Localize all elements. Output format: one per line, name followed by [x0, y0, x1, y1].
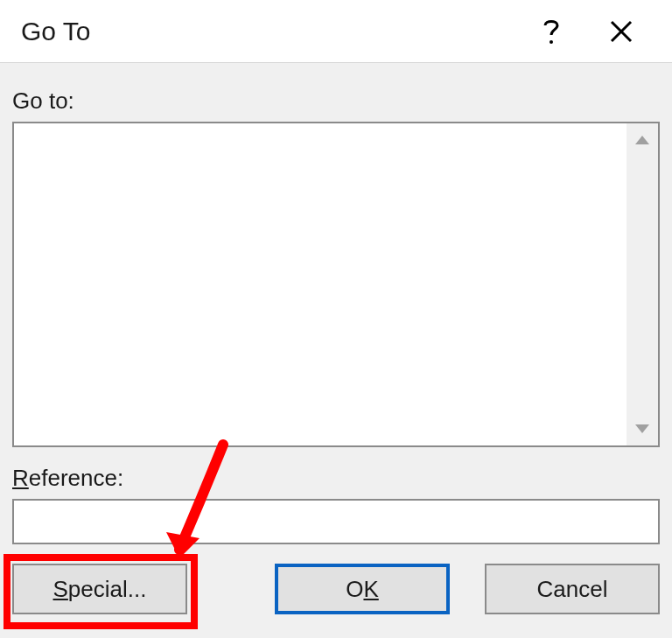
special-button[interactable]: Special... [12, 564, 187, 614]
goto-listbox-container [12, 122, 660, 447]
reference-label-mnemonic: R [12, 465, 29, 491]
ok-cancel-group: OK Cancel [275, 564, 660, 614]
button-row: Special... OK Cancel [12, 564, 660, 614]
scroll-up-icon[interactable] [634, 130, 651, 150]
dialog-body: Go to: Reference: Special... OK Cancel [0, 63, 672, 627]
titlebar: Go To [0, 0, 672, 63]
close-button[interactable] [586, 0, 656, 63]
goto-listbox[interactable] [14, 123, 626, 445]
goto-label: Go to: [12, 88, 660, 115]
reference-input[interactable] [12, 499, 660, 544]
dialog-title: Go To [21, 17, 516, 46]
cancel-button[interactable]: Cancel [485, 564, 660, 614]
scroll-down-icon[interactable] [634, 419, 651, 438]
scrollbar[interactable] [626, 123, 658, 445]
svg-point-0 [550, 40, 553, 44]
ok-button[interactable]: OK [275, 564, 450, 614]
special-rest: pecial... [68, 576, 147, 603]
ok-mnemonic: K [363, 576, 378, 603]
reference-label-rest: eference: [29, 465, 123, 491]
help-button[interactable] [516, 0, 586, 63]
ok-prefix: O [346, 576, 363, 603]
special-mnemonic: S [53, 576, 68, 603]
reference-label: Reference: [12, 465, 660, 492]
